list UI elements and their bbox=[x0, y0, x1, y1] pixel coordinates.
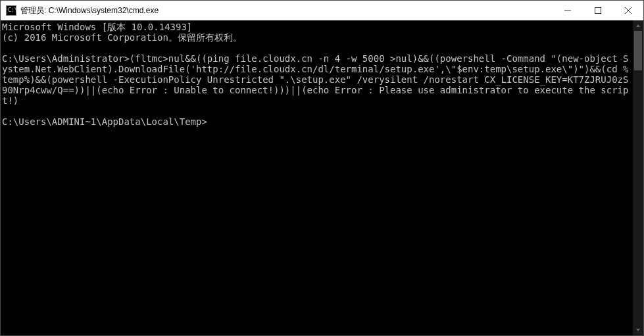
scroll-up-arrow[interactable] bbox=[633, 20, 643, 31]
window-title: 管理员: C:\Windows\system32\cmd.exe bbox=[20, 5, 553, 16]
svg-marker-8 bbox=[636, 329, 640, 331]
terminal-area: Microsoft Windows [版本 10.0.14393] (c) 20… bbox=[1, 20, 643, 335]
cmd-window: C:\ 管理员: C:\Windows\system32\cmd.exe Mic… bbox=[0, 0, 644, 336]
window-controls bbox=[553, 1, 643, 20]
cmd-icon: C:\ bbox=[6, 5, 16, 16]
maximize-button[interactable] bbox=[583, 1, 613, 20]
svg-text:C:\: C:\ bbox=[8, 7, 16, 13]
svg-rect-4 bbox=[595, 8, 601, 14]
close-button[interactable] bbox=[613, 1, 643, 20]
terminal-output[interactable]: Microsoft Windows [版本 10.0.14393] (c) 20… bbox=[1, 20, 633, 335]
minimize-button[interactable] bbox=[553, 1, 583, 20]
titlebar[interactable]: C:\ 管理员: C:\Windows\system32\cmd.exe bbox=[1, 1, 643, 20]
scroll-down-arrow[interactable] bbox=[633, 325, 643, 335]
svg-marker-7 bbox=[636, 24, 640, 27]
scroll-thumb[interactable] bbox=[634, 31, 642, 70]
vertical-scrollbar[interactable] bbox=[633, 20, 643, 335]
